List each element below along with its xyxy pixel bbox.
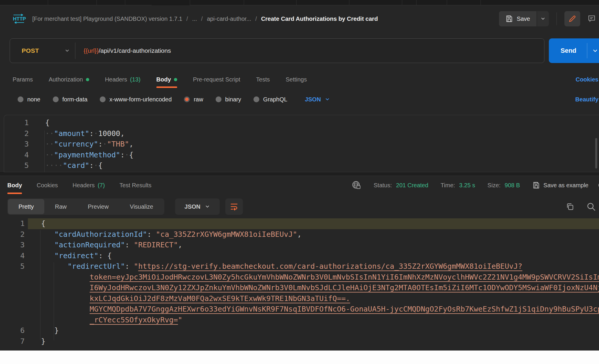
body-mode-x-www-form-urlencoded[interactable]: x-www-form-urlencoded [100,96,172,103]
workspace-tab-strip[interactable] [0,0,599,5]
tab-body[interactable]: Body [156,70,177,89]
tab-label: Test Results [119,182,151,189]
chevron-down-icon [540,16,546,22]
beautify-link[interactable]: Beautify [575,96,599,103]
url-row: POST {{url}}/api/v1/card-authorizations … [0,35,599,67]
view-raw[interactable]: Raw [44,199,77,214]
wrap-lines-button[interactable] [225,198,243,215]
tab-settings[interactable]: Settings [286,70,307,89]
tab-pre-request-script[interactable]: Pre-request Script [193,70,240,89]
body-mode-form-data[interactable]: form-data [53,96,88,103]
save-icon [532,181,540,189]
save-button[interactable]: Save [499,11,537,26]
code-line: I6WyJodHRwczovL3N0Zy12ZXJpZnkuYmVhbWNoZW… [0,283,599,293]
send-options-button[interactable] [592,47,599,54]
postman-window: HTTP [For merchant test] Playground (SAN… [0,0,599,364]
tab-label: Cookies [37,182,58,189]
request-response-divider[interactable] [0,172,599,176]
network-globe-lock-icon[interactable] [351,180,361,190]
code-text: ····"card":·{ [45,160,103,171]
response-tab-cookies[interactable]: Cookies [37,176,58,195]
response-view-switcher: Pretty Raw Preview Visualize [7,198,164,215]
size-label: Size: [488,182,500,189]
chevron-down-icon [324,96,330,102]
breadcrumb-separator: / [201,16,203,22]
code-text: _rCYecc5SOfyxOkyRvg=" [41,315,182,326]
tab-tests[interactable]: Tests [256,70,270,89]
http-icon-label: HTTP [13,16,26,22]
request-body-editor[interactable]: 1{2··"amount":·10000,3··"currency":·"THB… [4,115,599,172]
radio-icon [100,96,106,102]
copy-icon[interactable] [566,202,574,211]
code-line: MGYCMQDpdbA7V7GnggAzHEXwr6o33edYiGWnvNsK… [0,304,599,315]
tab-label: Settings [286,76,307,83]
cookies-link[interactable]: Cookies [576,76,599,83]
send-button[interactable]: Send [549,38,599,63]
time-value[interactable]: 3.25 s [459,182,475,189]
body-mode-label: raw [194,96,203,103]
save-as-example-button[interactable]: Save as example [532,181,588,189]
body-mode-graphql[interactable]: GraphQL [253,96,287,103]
tab-headers[interactable]: Headers(13) [105,70,141,89]
response-body-editor[interactable]: 1{2 "cardAuthorizationId": "ca_335Z2rXGY… [0,218,599,351]
more-actions-icon[interactable] [593,181,599,189]
code-line: 3··"currency":·"THB", [4,139,599,150]
code-text: { [45,118,50,128]
window-bottom-margin [0,351,599,364]
size-value[interactable]: 908 B [505,182,520,189]
tab-divider [480,0,481,5]
tab-divider [48,0,48,5]
code-text: "cardAuthorizationId": "ca_335Z2rXGYW6gm… [41,229,302,240]
raw-language-select[interactable]: JSON [305,96,330,103]
body-mode-label: x-www-form-urlencoded [109,96,172,103]
body-mode-raw[interactable]: raw [184,96,203,103]
breadcrumb-collection[interactable]: [For merchant test] Playground (SANDBOX)… [32,16,182,22]
view-pretty[interactable]: Pretty [8,199,44,214]
radio-icon [216,96,221,102]
line-number: 1 [4,118,29,128]
edit-pencil-icon [568,15,576,23]
code-text: token=eyJpc3MiOiJodHRwczovL3N0Zy5hcGkuYm… [41,272,599,283]
response-tab-body[interactable]: Body [7,176,22,195]
body-mode-none[interactable]: none [18,96,40,103]
line-number [0,293,25,304]
save-button-label: Save [517,16,530,22]
tab-label: Tests [256,76,270,83]
url-input[interactable]: {{url}}/api/v1/card-authorizations [75,47,171,54]
save-options-button[interactable] [537,11,549,26]
code-text: "redirect": { [41,251,112,261]
view-visualize[interactable]: Visualize [119,199,164,214]
code-text: ··"currency":·"THB", [45,139,133,150]
code-line: 5 "redirectUrl": "https://stg-verify.bea… [0,261,599,272]
code-line: 4··"paymentMethod":·{ [4,150,599,161]
response-language-select[interactable]: JSON [175,198,220,215]
code-text: } [41,325,59,336]
line-number: 5 [4,160,29,171]
view-preview[interactable]: Preview [77,199,119,214]
tab-label: Pre-request Script [193,76,240,83]
comment-button[interactable] [587,14,596,23]
edit-request-button[interactable] [564,11,580,26]
search-icon[interactable] [586,202,596,212]
tab-label: Headers [105,76,127,83]
response-tab-headers[interactable]: Headers(7) [72,176,105,195]
tab-authorization[interactable]: Authorization [49,70,89,89]
status-value[interactable]: 201 Created [396,182,428,189]
code-line: 3 "actionRequired": "REDIRECT", [0,240,599,251]
breadcrumb-folder[interactable]: api-card-author... [207,16,251,22]
chevron-down-icon [592,47,599,54]
tab-params[interactable]: Params [13,70,33,89]
tab-label: Headers [72,182,95,189]
tab-divider [402,0,402,5]
tab-divider [349,0,349,5]
method-selector[interactable]: POST [10,47,75,54]
code-text: I6WyJodHRwczovL3N0Zy12ZXJpZnkuYmVhbWNoZW… [41,283,599,293]
status-label: Status: [374,182,392,189]
response-tab-test-results[interactable]: Test Results [119,176,151,195]
code-text: "redirectUrl": "https://stg-verify.beamc… [41,261,522,272]
body-mode-binary[interactable]: binary [216,96,241,103]
code-line: 2··"amount":·10000, [4,128,599,139]
line-number: 3 [0,240,25,251]
breadcrumb-ellipsis[interactable]: ... [192,16,197,22]
http-request-icon: HTTP [12,14,26,24]
